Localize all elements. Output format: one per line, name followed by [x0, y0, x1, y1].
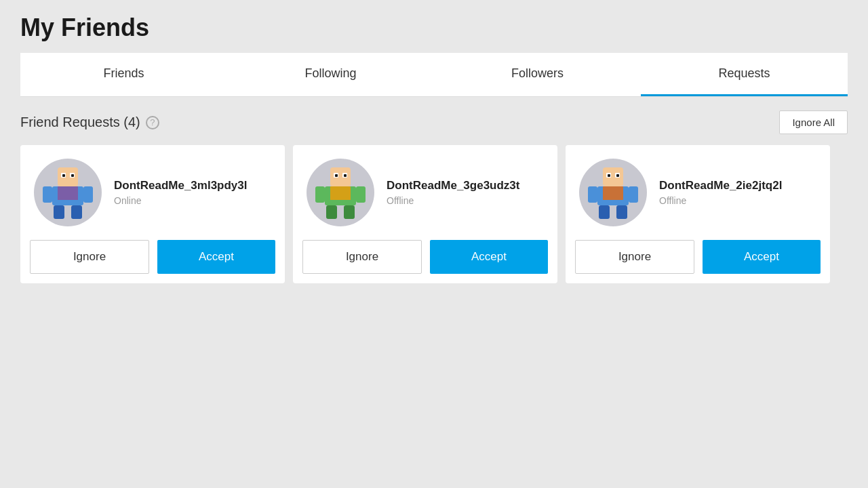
svg-rect-28	[616, 205, 627, 219]
svg-rect-4	[83, 186, 93, 203]
friend-card-3: DontReadMe_2ie2jtq2l Offline Ignore Acce…	[566, 145, 830, 283]
svg-rect-22	[603, 167, 623, 186]
accept-button-3[interactable]: Accept	[703, 240, 821, 274]
status-1: Online	[114, 195, 248, 206]
svg-rect-21	[344, 174, 347, 177]
svg-rect-17	[344, 205, 355, 219]
ignore-button-1[interactable]: Ignore	[30, 240, 149, 274]
friend-requests-grid: DontReadMe_3ml3pdy3l Online Ignore Accep…	[20, 145, 848, 283]
ignore-all-button[interactable]: Ignore All	[779, 110, 848, 134]
svg-rect-15	[356, 186, 366, 203]
status-2: Offline	[387, 195, 519, 206]
avatar-svg-2	[310, 162, 371, 223]
svg-rect-10	[71, 174, 74, 177]
card-info-2: DontReadMe_3ge3udz3t Offline	[293, 145, 557, 240]
svg-rect-31	[608, 174, 610, 177]
ignore-button-3[interactable]: Ignore	[575, 240, 694, 274]
tabs-container: Friends Following Followers Requests	[20, 53, 848, 97]
svg-rect-24	[603, 186, 623, 200]
tab-friends[interactable]: Friends	[20, 53, 227, 96]
page-title: My Friends	[20, 14, 848, 42]
friend-card-1: DontReadMe_3ml3pdy3l Online Ignore Accep…	[20, 145, 285, 283]
avatar-svg-1	[37, 162, 98, 223]
svg-rect-26	[629, 186, 638, 203]
help-icon[interactable]: ?	[146, 116, 159, 129]
avatar-1	[34, 159, 102, 226]
page-container: My Friends Friends Following Followers R…	[0, 0, 868, 304]
svg-rect-2	[58, 186, 78, 200]
svg-rect-32	[616, 174, 619, 177]
svg-rect-3	[43, 186, 52, 203]
svg-rect-14	[315, 186, 325, 203]
accept-button-1[interactable]: Accept	[157, 240, 275, 274]
svg-rect-16	[326, 205, 337, 219]
card-actions-3: Ignore Accept	[566, 240, 830, 283]
svg-rect-13	[330, 186, 351, 200]
card-info-1: DontReadMe_3ml3pdy3l Online	[20, 145, 285, 240]
svg-rect-20	[335, 174, 338, 177]
card-actions-1: Ignore Accept	[20, 240, 285, 283]
avatar-svg-3	[583, 162, 644, 223]
accept-button-2[interactable]: Accept	[430, 240, 548, 274]
section-title: Friend Requests (4) ?	[20, 115, 159, 130]
friend-card-2: DontReadMe_3ge3udz3t Offline Ignore Acce…	[293, 145, 557, 283]
tab-followers[interactable]: Followers	[434, 53, 641, 96]
card-actions-2: Ignore Accept	[293, 240, 557, 283]
user-info-2: DontReadMe_3ge3udz3t Offline	[387, 179, 519, 206]
avatar-2	[307, 159, 374, 226]
svg-rect-11	[330, 167, 351, 186]
username-1: DontReadMe_3ml3pdy3l	[114, 179, 248, 192]
username-2: DontReadMe_3ge3udz3t	[387, 179, 519, 192]
section-title-text: Friend Requests (4)	[20, 115, 140, 130]
svg-rect-27	[599, 205, 610, 219]
status-3: Offline	[659, 195, 782, 206]
svg-rect-9	[62, 174, 65, 177]
card-info-3: DontReadMe_2ie2jtq2l Offline	[566, 145, 830, 240]
svg-rect-0	[58, 167, 78, 186]
avatar-3	[579, 159, 647, 226]
svg-rect-25	[588, 186, 597, 203]
username-3: DontReadMe_2ie2jtq2l	[659, 179, 782, 192]
section-header: Friend Requests (4) ? Ignore All	[20, 110, 848, 134]
tab-following[interactable]: Following	[227, 53, 434, 96]
user-info-1: DontReadMe_3ml3pdy3l Online	[114, 179, 248, 206]
svg-rect-6	[71, 205, 82, 219]
ignore-button-2[interactable]: Ignore	[302, 240, 422, 274]
user-info-3: DontReadMe_2ie2jtq2l Offline	[659, 179, 782, 206]
content-area: Friend Requests (4) ? Ignore All	[20, 97, 848, 283]
svg-rect-5	[54, 205, 64, 219]
tab-requests[interactable]: Requests	[641, 53, 848, 96]
